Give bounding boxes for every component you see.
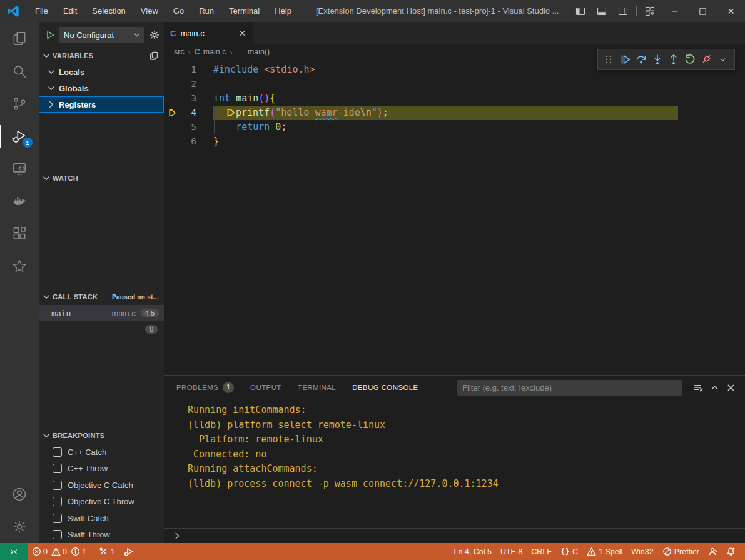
breakpoint-objective-c-catch[interactable]: Objective C Catch	[39, 477, 164, 494]
restart-button[interactable]	[682, 51, 698, 68]
launch-config-dropdown[interactable]: No Configurat	[59, 27, 144, 43]
activity-extensions[interactable]	[0, 218, 39, 250]
panel-tab-terminal[interactable]: TERMINAL	[298, 376, 336, 399]
layout-sidebar-right-button[interactable]	[612, 0, 634, 22]
status-crlf[interactable]: CRLF	[527, 543, 556, 560]
activity-settings-gear[interactable]	[0, 511, 39, 543]
breakpoint-swift-catch[interactable]: Swift Catch	[39, 510, 164, 527]
panel-tab-debug-console[interactable]: DEBUG CONSOLE	[352, 376, 418, 399]
checkbox[interactable]	[53, 448, 62, 457]
remote-icon	[9, 547, 19, 557]
glyph-margin[interactable]	[164, 62, 180, 77]
step-out-button[interactable]	[666, 51, 682, 68]
stack-frame-row[interactable]: main main.c 4:5	[39, 305, 164, 321]
variables-section-header[interactable]: VARIABLES	[39, 48, 164, 64]
code-line-5[interactable]: 5 return 0;	[164, 120, 745, 134]
activity-run-debug[interactable]: 1	[0, 120, 39, 152]
menu-terminal[interactable]: Terminal	[221, 0, 267, 22]
breakpoint-c-catch[interactable]: C++ Catch	[39, 444, 164, 461]
panel-tab-output[interactable]: OUTPUT	[250, 376, 281, 399]
checkbox[interactable]	[53, 514, 62, 523]
glyph-margin[interactable]	[164, 120, 180, 134]
glyph-margin[interactable]	[164, 106, 180, 120]
breadcrumb-main-c[interactable]: C main.c	[195, 48, 226, 56]
debug-console-input[interactable]	[164, 528, 745, 543]
checkbox[interactable]	[53, 464, 62, 473]
status-c[interactable]: C	[556, 543, 582, 560]
menu-view[interactable]: View	[133, 0, 166, 22]
breadcrumb-main-symbol[interactable]: main()	[236, 48, 270, 56]
menu-bar: FileEditSelectionViewGoRunTerminalHelp	[28, 0, 299, 22]
status-1-spell[interactable]: 1 Spell	[582, 543, 627, 560]
menu-go[interactable]: Go	[166, 0, 191, 22]
code-line-2[interactable]: 2	[164, 77, 745, 91]
checkbox[interactable]	[53, 497, 62, 506]
continue-button[interactable]	[617, 51, 633, 68]
activity-explorer[interactable]	[0, 22, 39, 55]
tab-main-c[interactable]: C main.c ✕	[164, 22, 253, 44]
watch-section-header[interactable]: WATCH	[39, 170, 164, 186]
disconnect-button[interactable]	[698, 51, 714, 68]
code-token: -ide	[338, 107, 360, 118]
breakpoint-swift-throw[interactable]: Swift Throw	[39, 527, 164, 544]
breakpoints-section-header[interactable]: BREAKPOINTS	[39, 428, 164, 444]
call-stack-section-header[interactable]: CALL STACK Paused on st...	[39, 289, 164, 305]
customize-layout-button[interactable]	[639, 0, 661, 22]
variables-scope-locals[interactable]: Locals	[39, 64, 164, 80]
glyph-margin[interactable]	[164, 91, 180, 106]
activity-star[interactable]	[0, 250, 39, 282]
code-line-3[interactable]: 3int main(){	[164, 91, 745, 106]
checkbox[interactable]	[53, 530, 62, 539]
activity-docker[interactable]	[0, 185, 39, 218]
console-filter-input[interactable]	[457, 380, 682, 396]
activity-search[interactable]	[0, 55, 39, 88]
close-icon[interactable]: ✕	[238, 28, 247, 39]
variables-scope-globals[interactable]: Globals	[39, 80, 164, 96]
close-button[interactable]: ✕	[717, 0, 745, 22]
start-debug-icon[interactable]	[45, 30, 55, 40]
clear-console-button[interactable]	[690, 379, 706, 396]
code-editor[interactable]: 1#include <stdio.h>23int main(){4printf(…	[164, 59, 745, 375]
menu-run[interactable]: Run	[191, 0, 221, 22]
minimize-button[interactable]	[661, 0, 689, 22]
step-into-button[interactable]	[649, 51, 666, 68]
status-ln-4-col-5[interactable]: Ln 4, Col 5	[449, 543, 495, 560]
layout-sidebar-button[interactable]	[570, 0, 591, 22]
step-over-button[interactable]	[633, 51, 649, 68]
code-line-4[interactable]: 4printf("hello wamr-ide\n");	[164, 106, 745, 120]
panel-tab-problems[interactable]: PROBLEMS1	[176, 376, 234, 399]
glyph-margin[interactable]	[164, 77, 180, 91]
chevron-down-button[interactable]	[714, 51, 731, 68]
glyph-margin[interactable]	[164, 134, 180, 149]
copy-icon[interactable]	[149, 51, 159, 61]
status-win32[interactable]: Win32	[627, 543, 657, 560]
status-person[interactable]	[704, 543, 722, 560]
gear-icon[interactable]	[149, 29, 160, 41]
remote-indicator[interactable]	[0, 543, 28, 560]
checkbox[interactable]	[53, 481, 62, 490]
maximize-button[interactable]	[689, 0, 717, 22]
breadcrumb-src[interactable]: src	[174, 48, 185, 56]
variables-scope-registers[interactable]: Registers	[39, 96, 164, 112]
menu-file[interactable]: File	[28, 0, 56, 22]
code-token	[230, 92, 236, 104]
status-prettier[interactable]: Prettier	[658, 543, 704, 560]
activity-source-control[interactable]	[0, 88, 39, 120]
activity-account[interactable]	[0, 478, 39, 511]
close-button[interactable]	[722, 379, 739, 396]
layout-panel-button[interactable]	[591, 0, 612, 22]
code-line-6[interactable]: 6}	[164, 134, 745, 149]
status-debug-status[interactable]	[119, 543, 138, 560]
menu-edit[interactable]: Edit	[56, 0, 84, 22]
problems-status[interactable]: 001	[28, 543, 94, 560]
breakpoint-c-throw[interactable]: C++ Throw	[39, 461, 164, 478]
status-utf-8[interactable]: UTF-8	[496, 543, 527, 560]
status-bell[interactable]	[722, 543, 740, 560]
activity-remote-explorer[interactable]	[0, 152, 39, 185]
breakpoint-objective-c-throw[interactable]: Objective C Throw	[39, 494, 164, 511]
status-1[interactable]: 1	[94, 543, 119, 560]
menu-help[interactable]: Help	[267, 0, 299, 22]
stack-extra-row[interactable]: 0	[39, 321, 164, 338]
chevron-up-button[interactable]	[706, 379, 722, 396]
menu-selection[interactable]: Selection	[84, 0, 133, 22]
